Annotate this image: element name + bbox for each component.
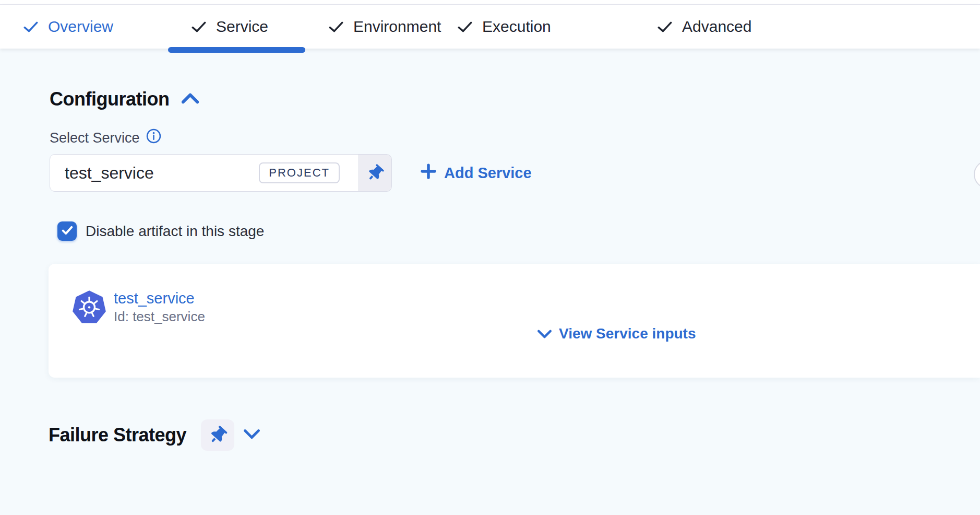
pin-failure-strategy-button[interactable] — [201, 419, 234, 451]
select-service-label: Select Service — [50, 130, 140, 146]
add-service-label: Add Service — [444, 165, 532, 182]
stage-tab-bar: Overview Service Environment Execution A… — [0, 5, 980, 49]
tab-label: Overview — [48, 18, 113, 36]
help-floating-button[interactable] — [974, 160, 980, 189]
select-service-label-row: Select Service — [50, 128, 161, 147]
selected-service-name: test_service — [65, 163, 154, 183]
check-icon — [658, 21, 672, 32]
configuration-heading: Configuration — [50, 88, 169, 111]
checkmark-icon — [62, 226, 73, 237]
tab-label: Advanced — [682, 18, 751, 36]
check-icon — [329, 21, 343, 32]
tab-overview[interactable]: Overview — [23, 5, 113, 49]
configuration-section-header: Configuration — [50, 88, 199, 111]
info-icon[interactable] — [146, 128, 161, 147]
top-divider — [0, 0, 980, 5]
tab-label: Service — [216, 18, 268, 36]
service-name-link[interactable]: test_service — [114, 290, 195, 307]
pin-service-button[interactable] — [358, 155, 391, 191]
collapse-section-button[interactable] — [182, 93, 199, 106]
disable-artifact-row: Disable artifact in this stage — [57, 221, 264, 241]
disable-artifact-checkbox[interactable] — [57, 221, 77, 241]
tab-label: Execution — [482, 18, 551, 36]
service-scope-badge: PROJECT — [259, 162, 340, 183]
pushpin-icon — [365, 162, 386, 183]
failure-strategy-section-header: Failure Strategy — [49, 417, 260, 453]
tab-advanced[interactable]: Advanced — [658, 5, 751, 49]
tab-label: Environment — [353, 18, 441, 36]
check-icon — [458, 21, 472, 32]
kubernetes-icon — [71, 290, 107, 325]
tab-service[interactable]: Service — [192, 5, 268, 49]
chevron-down-icon — [537, 325, 552, 342]
disable-artifact-label: Disable artifact in this stage — [86, 223, 264, 240]
service-select-value-area[interactable]: test_service PROJECT — [50, 155, 358, 191]
active-tab-indicator — [168, 47, 305, 53]
pushpin-icon — [207, 424, 229, 446]
expand-failure-strategy-button[interactable] — [244, 429, 260, 441]
plus-icon — [421, 163, 436, 183]
view-service-inputs-label: View Service inputs — [559, 325, 696, 342]
view-service-inputs-button[interactable]: View Service inputs — [537, 325, 696, 342]
check-icon — [23, 21, 38, 32]
service-select-field[interactable]: test_service PROJECT — [50, 154, 392, 192]
service-id-text: Id: test_service — [114, 309, 205, 325]
chevron-down-icon — [244, 429, 260, 441]
service-card: test_service Id: test_service View Servi… — [49, 264, 980, 378]
check-icon — [192, 21, 206, 32]
tab-environment[interactable]: Environment — [329, 5, 441, 49]
add-service-button[interactable]: Add Service — [421, 154, 532, 192]
tab-execution[interactable]: Execution — [458, 5, 551, 49]
chevron-up-icon — [182, 93, 199, 106]
failure-strategy-heading: Failure Strategy — [49, 424, 186, 447]
stage-configuration-page: Overview Service Environment Execution A… — [0, 0, 980, 515]
